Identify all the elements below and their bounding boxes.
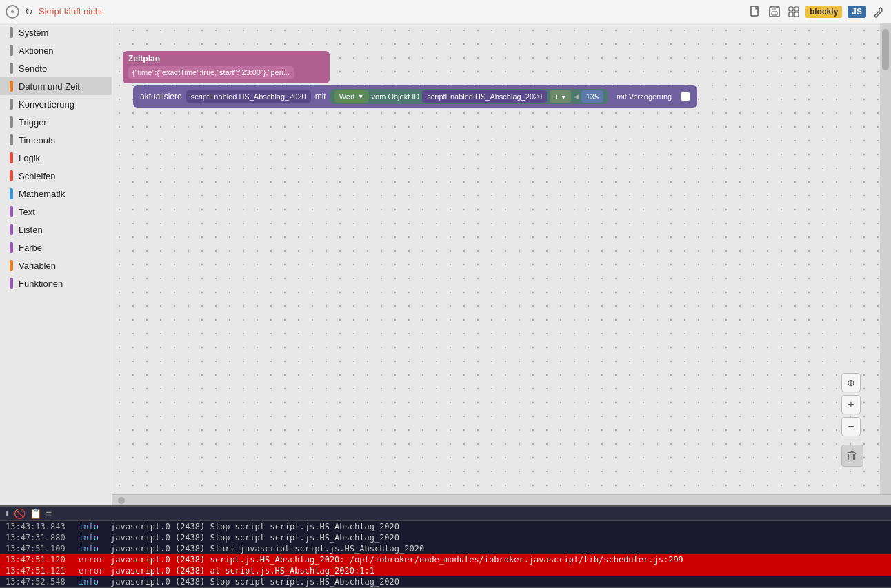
obj-id-field[interactable]: scriptEnabled.HS_Abschlag_2020: [422, 90, 547, 103]
log-time: 13:47:51.109: [6, 544, 74, 554]
sidebar-label-aktionen: Aktionen: [19, 45, 54, 56]
log-time: 13:47:51.120: [6, 555, 74, 565]
svg-rect-2: [772, 7, 776, 10]
svg-rect-7: [794, 12, 799, 17]
zoom-in-btn[interactable]: +: [841, 395, 861, 414]
sidebar-color-bar-farbe: [10, 242, 13, 253]
sidebar-item-konvertierung[interactable]: Konvertierung: [0, 95, 112, 113]
aktualisiere-prefix: aktualisiere: [140, 92, 182, 101]
block-zeitplan[interactable]: Zeitplan {"time":{"exactTime":true,"star…: [123, 51, 330, 83]
zoom-controls: ⊕ + − 🗑: [841, 373, 863, 467]
log-line: 13:47:51.120errorjavascript.0 (2438) scr…: [0, 554, 891, 565]
vom-label: vom Objekt ID: [372, 92, 420, 101]
svg-rect-0: [751, 6, 758, 16]
sidebar-item-funktionen[interactable]: Funktionen: [0, 274, 112, 292]
log-level: info: [79, 577, 106, 587]
sidebar-label-mathematik: Mathematik: [19, 189, 65, 199]
sidebar-label-variablen: Variablen: [19, 261, 56, 271]
sidebar-label-datum-und-zeit: Datum und Zeit: [19, 81, 80, 92]
sidebar-color-bar-funktionen: [10, 278, 13, 289]
target-icon: [6, 5, 19, 19]
sidebar-color-bar-text: [10, 206, 13, 217]
blockly-badge[interactable]: blockly: [805, 6, 842, 18]
sidebar-item-listen[interactable]: Listen: [0, 221, 112, 239]
sidebar-item-mathematik[interactable]: Mathematik: [0, 185, 112, 203]
log-list[interactable]: ≡: [46, 508, 51, 519]
sidebar-label-sendto: Sendto: [19, 63, 47, 74]
log-message: javascript.0 (2438) Start javascript scr…: [110, 544, 885, 554]
sidebar-item-logik[interactable]: Logik: [0, 149, 112, 167]
sidebar-label-listen: Listen: [19, 225, 43, 235]
sidebar-item-text[interactable]: Text: [0, 203, 112, 221]
log-copy[interactable]: 📋: [30, 508, 41, 519]
sidebar-color-bar-listen: [10, 224, 13, 235]
verzogerung-toggle[interactable]: [681, 92, 690, 101]
log-line: 13:47:51.109infojavascript.0 (2438) Star…: [0, 543, 891, 554]
sidebar-item-variablen[interactable]: Variablen: [0, 256, 112, 274]
refresh-icon[interactable]: ↻: [25, 6, 33, 17]
js-badge[interactable]: JS: [848, 6, 866, 18]
sidebar-color-bar-variablen: [10, 260, 13, 271]
log-scroll-down[interactable]: ⬇: [4, 508, 10, 519]
save-icon[interactable]: [767, 4, 782, 19]
log-level: info: [79, 533, 106, 543]
sidebar-item-system[interactable]: System: [0, 23, 112, 41]
scrollbar-thumb[interactable]: [882, 29, 889, 70]
sidebar-item-sendto[interactable]: Sendto: [0, 59, 112, 77]
new-file-icon[interactable]: [748, 4, 763, 19]
sidebar-color-bar-trigger: [10, 116, 13, 128]
sidebar-label-trigger: Trigger: [19, 117, 47, 128]
svg-rect-5: [794, 7, 799, 11]
trash-btn[interactable]: 🗑: [841, 445, 863, 467]
zoom-center-btn[interactable]: ⊕: [841, 373, 861, 392]
status-text: Skript läuft nicht: [39, 6, 103, 17]
log-message: javascript.0 (2438) script.js.HS_Abschla…: [110, 555, 885, 565]
sidebar-color-bar-datum-und-zeit: [10, 81, 13, 92]
wrench-icon[interactable]: [870, 4, 885, 19]
svg-rect-4: [789, 7, 793, 11]
sidebar-label-system: System: [19, 28, 48, 38]
sidebar-item-farbe[interactable]: Farbe: [0, 239, 112, 256]
sidebar-color-bar-schleifen: [10, 170, 13, 181]
svg-rect-6: [789, 12, 793, 17]
grid-icon[interactable]: [786, 4, 801, 19]
aktualisiere-field1[interactable]: scriptEnabled.HS_Abschlag_2020: [186, 90, 311, 103]
main: SystemAktionenSendtoDatum und ZeitKonver…: [0, 23, 891, 505]
log-line: 13:47:31.880infojavascript.0 (2438) Stop…: [0, 532, 891, 543]
log-message: javascript.0 (2438) Stop script script.j…: [110, 533, 885, 543]
sidebar-label-funktionen: Funktionen: [19, 278, 63, 289]
log-time: 13:47:52.548: [6, 577, 74, 587]
sidebar-item-trigger[interactable]: Trigger: [0, 113, 112, 131]
sidebar-label-timeouts: Timeouts: [19, 135, 55, 145]
sidebar-item-datum-und-zeit[interactable]: Datum und Zeit: [0, 77, 112, 95]
bottom-scrollbar[interactable]: [112, 494, 891, 505]
zeitplan-json: {"time":{"exactTime":true,"start":"23:00…: [128, 66, 294, 79]
sidebar-label-schleifen: Schleifen: [19, 171, 55, 181]
sidebar-item-aktionen[interactable]: Aktionen: [0, 41, 112, 59]
num-field[interactable]: 135: [581, 90, 603, 103]
wert-label[interactable]: Wert ▼: [334, 90, 369, 103]
verzogerung-label: mit Verzögerung: [612, 90, 677, 103]
zeitplan-title: Zeitplan: [128, 54, 324, 63]
log-time: 13:47:31.880: [6, 533, 74, 543]
canvas-area[interactable]: Zeitplan {"time":{"exactTime":true,"star…: [112, 23, 880, 494]
plus-btn[interactable]: + ▼: [550, 90, 570, 103]
sidebar-label-farbe: Farbe: [19, 243, 42, 253]
scrollbar-right[interactable]: [880, 23, 891, 494]
sidebar-color-bar-konvertierung: [10, 99, 13, 110]
log-toolbar: ⬇ 🚫 📋 ≡: [0, 507, 891, 521]
log-time: 13:43:13.843: [6, 522, 74, 531]
sidebar-color-bar-aktionen: [10, 45, 13, 56]
block-aktualisiere[interactable]: aktualisiere scriptEnabled.HS_Abschlag_2…: [133, 85, 697, 108]
aktualisiere-mid: mit: [315, 92, 326, 101]
sidebar-item-schleifen[interactable]: Schleifen: [0, 167, 112, 185]
log-clear[interactable]: 🚫: [14, 508, 26, 519]
sidebar-color-bar-logik: [10, 152, 13, 163]
log-message: javascript.0 (2438) at script.js.HS_Absc…: [110, 566, 885, 576]
log-area: ⬇ 🚫 📋 ≡ 13:43:13.843infojavascript.0 (24…: [0, 505, 891, 588]
sidebar-item-timeouts[interactable]: Timeouts: [0, 131, 112, 149]
log-level: error: [79, 555, 106, 565]
sidebar-label-logik: Logik: [19, 153, 40, 163]
zoom-out-btn[interactable]: −: [841, 417, 861, 436]
log-message: javascript.0 (2438) Stop script script.j…: [110, 522, 885, 531]
